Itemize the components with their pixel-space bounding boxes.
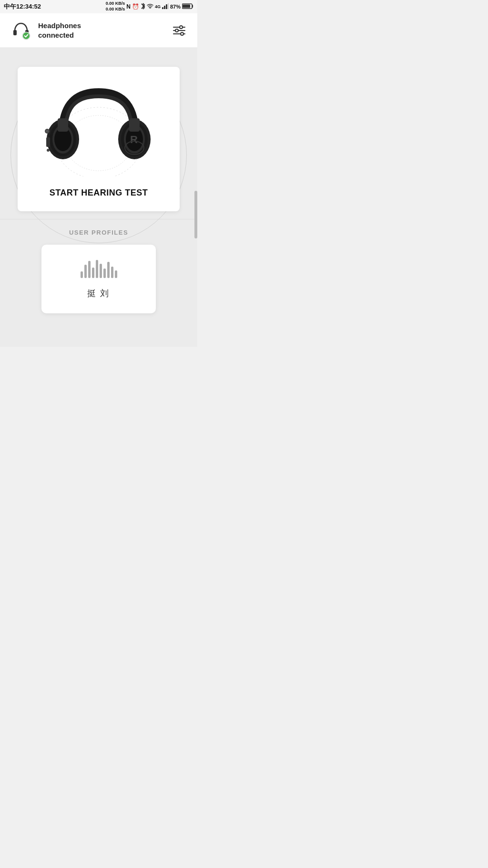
svg-point-26 [47,149,50,152]
headphones-product-image: R [37,81,161,176]
svg-point-1 [150,8,151,9]
hearing-test-card[interactable]: R START HEARING TEST [18,67,180,211]
signal-bars [162,3,169,10]
svg-point-17 [181,32,183,35]
header-left: Headphones connected [10,19,81,42]
svg-rect-4 [166,4,167,9]
waveform-bar [115,270,117,278]
app-header: Headphones connected [0,13,197,48]
waveform-bar [81,271,83,278]
svg-point-13 [180,26,183,29]
profile-name[interactable]: 挺 刘 [87,288,110,299]
svg-point-35 [46,130,49,133]
svg-rect-24 [58,118,68,132]
battery-percentage: 87% [170,4,181,10]
svg-rect-25 [46,137,50,147]
battery-icon [182,3,193,10]
circle-background-wrap: R START HEARING TEST USER PROFILES 挺 刘 [0,48,197,328]
svg-point-15 [175,29,178,32]
svg-rect-3 [164,6,165,9]
status-right: 0.00 KB/s 0.00 KB/s N ⏰ 4G 87% [106,1,193,12]
waveform-bar [103,269,106,278]
alarm-icon: ⏰ [132,3,139,10]
waveform-bar [92,268,94,278]
waveform-bar [88,261,91,278]
waveform-bar [111,267,113,278]
status-bar: 中午12:34:52 0.00 KB/s 0.00 KB/s N ⏰ 4G 87… [0,0,197,13]
waveform-icon [81,259,117,278]
waveform-bar [84,265,87,278]
svg-rect-8 [13,30,17,35]
start-hearing-test-button[interactable]: START HEARING TEST [50,186,148,200]
profile-card[interactable]: 挺 刘 [41,245,156,313]
waveform-bar [107,262,110,278]
svg-rect-5 [168,3,169,9]
svg-rect-31 [129,118,140,132]
svg-rect-2 [162,7,163,9]
wifi-icon [147,3,153,10]
network-speed: 0.00 KB/s 0.00 KB/s [106,1,125,12]
waveform-bar [96,260,98,278]
user-profiles-section: USER PROFILES 挺 刘 [0,229,197,328]
bluetooth-icon [141,3,145,11]
waveform-bar [100,264,102,278]
main-content: R START HEARING TEST USER PROFILES 挺 刘 [0,48,197,347]
status-time: 中午12:34:52 [4,2,41,11]
svg-rect-7 [183,5,190,8]
nfc-icon: N [126,3,131,10]
headphone-connected-icon [10,19,32,42]
settings-button[interactable] [171,22,188,39]
signal-icon: 4G [155,4,161,9]
scrollbar[interactable] [194,191,197,238]
svg-text:R: R [130,134,138,145]
header-title: Headphones connected [38,21,81,40]
